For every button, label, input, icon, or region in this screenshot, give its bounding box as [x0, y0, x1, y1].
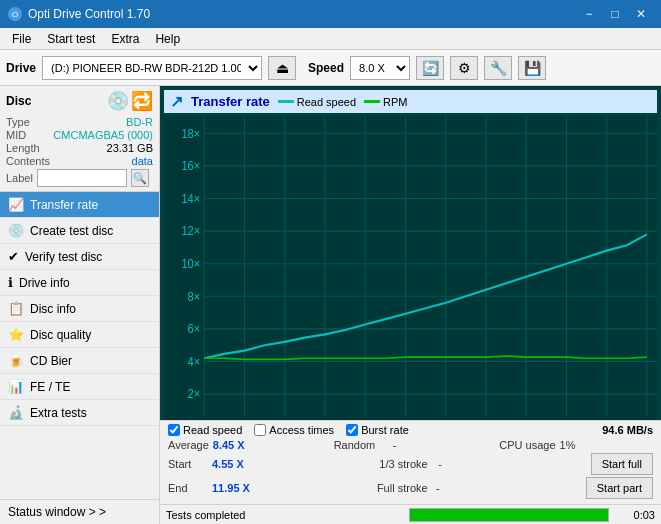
fe-te-icon: 📊 [8, 379, 24, 394]
nav-item-extra-tests-label: Extra tests [30, 406, 87, 420]
average-group: Average 8.45 X [168, 439, 322, 451]
disc-quality-icon: ⭐ [8, 327, 24, 342]
menu-file[interactable]: File [4, 30, 39, 48]
burst-rate-checkbox[interactable] [346, 424, 358, 436]
nav-item-transfer-rate[interactable]: 📈 Transfer rate [0, 192, 159, 218]
start-value: 4.55 X [212, 458, 257, 470]
status-window-label: Status window > > [8, 505, 106, 519]
burst-rate-value: 94.6 MB/s [602, 424, 653, 436]
disc-mid-row: MID CMCMAGBA5 (000) [6, 129, 153, 141]
menu-extra[interactable]: Extra [103, 30, 147, 48]
svg-text:2×: 2× [188, 388, 201, 400]
end-value: 11.95 X [212, 482, 257, 494]
status-bar: Tests completed 0:03 [160, 504, 661, 524]
nav-item-create-test-disc-label: Create test disc [30, 224, 113, 238]
read-speed-label: Read speed [183, 424, 242, 436]
status-text: Tests completed [166, 509, 403, 521]
disc-label-label: Label [6, 172, 33, 184]
nav-item-disc-quality[interactable]: ⭐ Disc quality [0, 322, 159, 348]
status-section: Status window > > [0, 499, 159, 524]
disc-info-icon: 📋 [8, 301, 24, 316]
chart-title: Transfer rate [191, 94, 270, 109]
title-bar-left: O Opti Drive Control 1.70 [8, 7, 150, 21]
nav-item-create-test-disc[interactable]: 💿 Create test disc [0, 218, 159, 244]
start-part-button[interactable]: Start part [586, 477, 653, 499]
save-button[interactable]: 💾 [518, 56, 546, 80]
chart-icon: ↗ [170, 92, 183, 111]
stats-area: Read speed Access times Burst rate 94.6 … [160, 420, 661, 504]
read-speed-checkbox[interactable] [168, 424, 180, 436]
title-bar: O Opti Drive Control 1.70 − □ ✕ [0, 0, 661, 28]
full-stroke-group: Full stroke - [377, 477, 574, 499]
stroke-value: - [438, 458, 468, 470]
tool-button[interactable]: 🔧 [484, 56, 512, 80]
start-label: Start [168, 458, 208, 470]
random-group: Random - [334, 439, 488, 451]
nav-item-fe-te-label: FE / TE [30, 380, 70, 394]
nav-item-transfer-rate-label: Transfer rate [30, 198, 98, 212]
disc-section: Disc 💿 🔁 Type BD-R MID CMCMAGBA5 (000) L… [0, 86, 159, 192]
menu-help[interactable]: Help [147, 30, 188, 48]
create-test-disc-icon: 💿 [8, 223, 24, 238]
full-stroke-value: - [436, 482, 466, 494]
drive-bar: Drive (D:) PIONEER BD-RW BDR-212D 1.00 ⏏… [0, 50, 661, 86]
nav-item-verify-test-disc[interactable]: ✔ Verify test disc [0, 244, 159, 270]
nav-item-disc-info[interactable]: 📋 Disc info [0, 296, 159, 322]
nav-item-disc-info-label: Disc info [30, 302, 76, 316]
disc-header: Disc 💿 🔁 [6, 90, 153, 112]
nav-section: 📈 Transfer rate 💿 Create test disc ✔ Ver… [0, 192, 159, 499]
nav-item-cd-bier[interactable]: 🍺 CD Bier [0, 348, 159, 374]
nav-item-drive-info[interactable]: ℹ Drive info [0, 270, 159, 296]
speed-select[interactable]: 8.0 X [350, 56, 410, 80]
sidebar: Disc 💿 🔁 Type BD-R MID CMCMAGBA5 (000) L… [0, 86, 160, 524]
svg-text:12×: 12× [181, 225, 200, 237]
average-label: Average [168, 439, 209, 451]
disc-label-button[interactable]: 🔍 [131, 169, 149, 187]
disc-refresh-icon: 🔁 [131, 90, 153, 112]
stroke-1-group: 1/3 stroke - [379, 453, 578, 475]
cpu-label: CPU usage [499, 439, 555, 451]
access-times-checkbox[interactable] [254, 424, 266, 436]
close-button[interactable]: ✕ [629, 4, 653, 24]
extra-tests-icon: 🔬 [8, 405, 24, 420]
menu-start-test[interactable]: Start test [39, 30, 103, 48]
menu-bar: File Start test Extra Help [0, 28, 661, 50]
maximize-button[interactable]: □ [603, 4, 627, 24]
chart-header: ↗ Transfer rate Read speed RPM [164, 90, 657, 113]
settings-button[interactable]: ⚙ [450, 56, 478, 80]
drive-select[interactable]: (D:) PIONEER BD-RW BDR-212D 1.00 [42, 56, 262, 80]
app-icon: O [8, 7, 22, 21]
verify-test-disc-icon: ✔ [8, 249, 19, 264]
eject-button[interactable]: ⏏ [268, 56, 296, 80]
start-group: Start 4.55 X [168, 453, 367, 475]
disc-label-input[interactable] [37, 169, 127, 187]
disc-contents-row: Contents data [6, 155, 153, 167]
average-value: 8.45 X [213, 439, 258, 451]
random-label: Random [334, 439, 389, 451]
status-window-button[interactable]: Status window > > [0, 500, 159, 524]
nav-item-cd-bier-label: CD Bier [30, 354, 72, 368]
end-label: End [168, 482, 208, 494]
burst-rate-label: Burst rate [361, 424, 409, 436]
access-times-checkbox-item: Access times [254, 424, 334, 436]
random-value: - [393, 439, 423, 451]
disc-length-row: Length 23.31 GB [6, 142, 153, 154]
drive-label: Drive [6, 61, 36, 75]
checkboxes-row: Read speed Access times Burst rate 94.6 … [168, 424, 653, 436]
drive-info-icon: ℹ [8, 275, 13, 290]
start-full-button[interactable]: Start full [591, 453, 653, 475]
disc-title: Disc [6, 94, 31, 108]
minimize-button[interactable]: − [577, 4, 601, 24]
cpu-group: CPU usage 1% [499, 439, 653, 451]
stats-row-2: Start 4.55 X 1/3 stroke - Start full [168, 453, 653, 475]
end-group: End 11.95 X [168, 477, 365, 499]
disc-type-row: Type BD-R [6, 116, 153, 128]
nav-item-fe-te[interactable]: 📊 FE / TE [0, 374, 159, 400]
content-area: ↗ Transfer rate Read speed RPM [160, 86, 661, 524]
refresh-button[interactable]: 🔄 [416, 56, 444, 80]
disc-contents-label: Contents [6, 155, 50, 167]
disc-contents-value: data [132, 155, 153, 167]
svg-text:16×: 16× [181, 160, 200, 172]
legend-read-speed-label: Read speed [297, 96, 356, 108]
nav-item-extra-tests[interactable]: 🔬 Extra tests [0, 400, 159, 426]
